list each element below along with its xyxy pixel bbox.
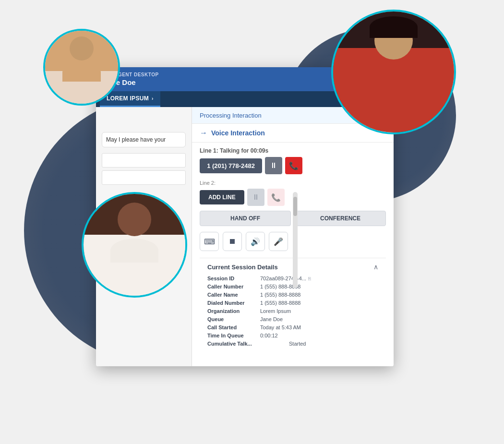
chat-bubble: May I please have your	[102, 132, 186, 147]
pause-button-line2[interactable]: ⏸	[247, 189, 264, 206]
tab-label: LOREM IPSUM	[107, 95, 149, 102]
avatar-female-red	[331, 10, 456, 134]
avatar-female-dark	[82, 192, 187, 298]
session-key-call-started: Call Started	[207, 324, 260, 330]
chat-message: May I please have your	[106, 136, 166, 143]
session-val-caller-name: 1 (555) 888-8888	[260, 292, 300, 298]
add-line-button[interactable]: ADD LINE	[200, 190, 244, 204]
form-field-2	[102, 170, 186, 185]
session-val-dialed: 1 (555) 888-8888	[260, 300, 300, 306]
form-field-1	[102, 153, 186, 168]
session-val-queue: Jane Doe	[260, 316, 283, 322]
end-button-line2[interactable]: 📞	[267, 189, 285, 206]
session-row-dialed: Dialed Number 1 (555) 888-8888	[207, 300, 378, 306]
line1-status: Line 1: Talking for 00:09s	[200, 147, 386, 154]
started-label: Started	[289, 341, 306, 347]
session-key-dialed: Dialed Number	[207, 300, 260, 306]
avatar-male	[43, 29, 120, 106]
arrow-right-icon: →	[200, 129, 207, 137]
line1-controls: 1 (201) 778-2482 ⏸ 📞	[200, 157, 386, 174]
microphone-button[interactable]: 🎤	[269, 232, 288, 251]
session-row-call-started: Call Started Today at 5:43 AM	[207, 324, 378, 330]
session-key-cumulative: Cumulative Talk...	[207, 341, 260, 347]
line2-label: Line 2:	[200, 180, 386, 186]
session-row-cumulative: Cumulative Talk... Started	[207, 341, 378, 347]
pause-button-line1[interactable]: ⏸	[265, 157, 282, 174]
session-row-caller-name: Caller Name 1 (555) 888-8888	[207, 292, 378, 298]
hand-off-button[interactable]: HAND OFF	[200, 211, 291, 226]
session-row-queue: Queue Jane Doe	[207, 316, 378, 322]
session-title: Current Session Details	[207, 264, 278, 271]
chevron-right-icon: ›	[152, 96, 154, 101]
conference-button[interactable]: CONFERENCE	[295, 211, 386, 226]
speaker-button[interactable]: 🔊	[246, 232, 265, 251]
session-val-call-started: Today at 5:43 AM	[260, 324, 301, 330]
session-row-time-queue: Time In Queue 0:00:12	[207, 333, 378, 338]
session-row-org: Organization Lorem Ipsum	[207, 308, 378, 314]
session-key-queue: Queue	[207, 316, 260, 322]
end-call-button[interactable]: 📞	[285, 157, 302, 174]
phone-number-button[interactable]: 1 (201) 778-2482	[200, 158, 262, 173]
session-id-value: 702aa089-2748-4...	[260, 276, 306, 281]
session-key-org: Organization	[207, 308, 260, 314]
form-fields	[102, 153, 186, 185]
collapse-icon[interactable]: ∧	[373, 263, 378, 271]
session-key-id: Session ID	[207, 276, 260, 281]
dialpad-button[interactable]: ⌨	[200, 232, 219, 251]
stop-button[interactable]: ⏹	[223, 232, 242, 251]
copy-icon[interactable]: ⎘	[308, 276, 311, 281]
voice-interaction-label: Voice Interaction	[211, 129, 265, 137]
processing-interaction-link[interactable]: Processing Interaction	[200, 112, 262, 119]
session-key-caller-num: Caller Number	[207, 284, 260, 289]
session-val-time-queue: 0:00:12	[260, 333, 278, 338]
session-key-caller-name: Caller Name	[207, 292, 260, 298]
session-val-id: 702aa089-2748-4... ⎘	[260, 276, 311, 281]
session-val-org: Lorem Ipsum	[260, 308, 291, 314]
session-key-time-queue: Time In Queue	[207, 333, 260, 338]
